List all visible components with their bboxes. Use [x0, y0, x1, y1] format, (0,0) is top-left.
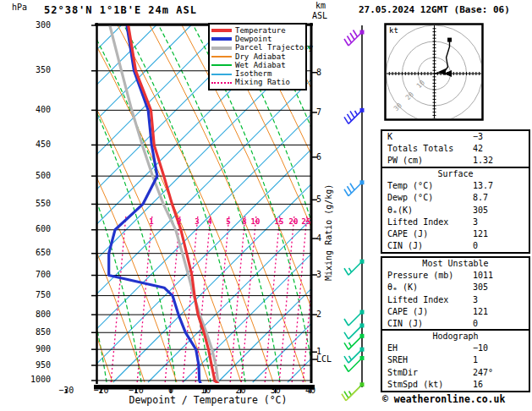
indices-row-label: SREH [387, 355, 408, 364]
indices-row-label: Lifted Index [387, 217, 448, 227]
pressure-tick-label: 850 [22, 328, 51, 337]
indices-row-label: θₑ(K) [387, 206, 413, 215]
indices-row-label: CIN (J) [387, 241, 423, 250]
km-tick-label: 6 [316, 153, 321, 162]
wind-barb [344, 30, 365, 47]
indices-row: θₑ (K)305 [382, 282, 529, 293]
mixing-ratio-value-label: 5 [221, 218, 236, 226]
indices-row-label: CAPE (J) [387, 307, 428, 316]
indices-row-label: K [387, 132, 392, 141]
wind-barb-column [342, 25, 365, 401]
indices-row: Dewp (°C)8.7 [382, 192, 529, 204]
indices-row-label: θₑ (K) [387, 282, 418, 292]
indices-row-value: 42 [473, 143, 483, 155]
indices-row: K−3 [382, 131, 529, 143]
wind-barb [344, 356, 365, 372]
legend-label: Dewpoint [235, 36, 271, 43]
hodograph-indices-box: HodographEH−10SREH1StmDir247°StmSpd (kt)… [381, 329, 530, 392]
km-tick-label: 3 [316, 271, 321, 279]
indices-row-label: CAPE (J) [387, 229, 428, 238]
indices-row-label: StmSpd (kt) [387, 380, 443, 389]
pressure-tick-label: 700 [22, 271, 51, 279]
indices-row: θₑ(K)305 [382, 205, 529, 216]
indices-row-label: StmDir [387, 368, 418, 377]
indices-row-value: 121 [473, 306, 488, 318]
indices-row: StmDir247° [382, 367, 529, 379]
km-tick-label: 5 [316, 195, 321, 204]
legend-item: Wet Adiabat [211, 61, 303, 69]
temp-tick-label: 30 [261, 386, 291, 395]
temp-tick-label: 20 [226, 386, 256, 395]
indices-row-label: Pressure (mb) [387, 271, 453, 280]
temp-tick-label: 0 [156, 386, 186, 395]
legend-item: Isotherm [211, 69, 303, 78]
indices-row-value: 0 [473, 240, 478, 252]
temp-axis-title: Dewpoint / Temperature (°C) [97, 396, 319, 406]
indices-row: Totals Totals42 [382, 143, 529, 155]
indices-row: EH−10 [382, 342, 529, 354]
legend-swatch [211, 56, 232, 58]
indices-row: Pressure (mb)1011 [382, 270, 529, 282]
pressure-tick-label: 500 [22, 172, 51, 180]
indices-row-label: PW (cm) [387, 156, 423, 165]
indices-row: StmSpd (kt)16 [382, 379, 529, 391]
mixing-ratio-axis-title: Mixing Ratio (g/kg) [325, 179, 333, 281]
stability-indices-box: K−3Totals Totals42PW (cm)1.32 [381, 129, 530, 169]
legend-swatch [211, 82, 232, 84]
indices-section-title: Most Unstable [382, 258, 529, 270]
pressure-tick-label: 800 [22, 310, 51, 319]
km-tick-label: 2 [316, 310, 321, 319]
wind-barb [344, 382, 365, 398]
datetime-label: 27.05.2024 12GMT (Base: 06) [359, 5, 510, 14]
legend-swatch [211, 64, 232, 66]
indices-row: CAPE (J)121 [382, 228, 529, 240]
indices-row-label: CIN (J) [387, 319, 423, 328]
temp-tick-label: 10 [190, 386, 221, 395]
legend-swatch [211, 29, 232, 32]
legend-label: Parcel Trajectory [235, 44, 313, 52]
km-tick-label: 4 [316, 234, 321, 243]
indices-row-value: 121 [473, 228, 488, 240]
temp-tick-label: −10 [121, 386, 151, 395]
indices-row-value: 1011 [473, 270, 493, 282]
pressure-tick-label: 750 [22, 291, 51, 299]
indices-row: PW (cm)1.32 [382, 155, 529, 167]
indices-row-value: 1 [473, 354, 478, 366]
pressure-tick-label: 900 [22, 345, 51, 353]
indices-row: CAPE (J)121 [382, 306, 529, 318]
altitude-axis-unit-asl: ASL [312, 12, 327, 20]
indices-row-value: 16 [473, 379, 483, 391]
legend-swatch [211, 37, 232, 41]
indices-row-value: 3 [473, 216, 478, 228]
indices-section-title: Hodograph [382, 331, 529, 342]
wind-barb [344, 108, 365, 124]
pressure-tick-label: 450 [22, 140, 51, 149]
pressure-tick-label: 350 [22, 66, 51, 74]
indices-row-value: 13.7 [473, 180, 493, 192]
legend-label: Temperature [235, 27, 286, 35]
wind-barb [344, 310, 365, 326]
indices-row-label: Lifted Index [387, 295, 448, 304]
legend-item: Parcel Trajectory [211, 44, 303, 52]
most-unstable-box: Most UnstablePressure (mb)1011θₑ (K)305L… [381, 256, 530, 332]
temp-tick-label: −30 [51, 386, 81, 395]
km-tick-label: 8 [316, 68, 321, 77]
indices-row: CIN (J)0 [382, 318, 529, 330]
indices-section-title: Surface [382, 168, 529, 180]
legend-label: Dry Adiabat [235, 53, 286, 61]
indices-row-value: 1.32 [473, 155, 493, 167]
wind-barb [344, 180, 365, 196]
indices-row-label: Temp (°C) [387, 181, 433, 190]
skewt-sounding-app: hPa 52°38'N 1°1B'E 24m ASL km ASL 27.05.… [0, 0, 532, 411]
legend-swatch [211, 74, 232, 75]
legend-item: Dry Adiabat [211, 52, 303, 61]
legend-item: Dewpoint [211, 35, 303, 43]
km-tick-label: LCL [316, 355, 332, 364]
legend-label: Wet Adiabat [235, 62, 286, 69]
wind-barb [344, 348, 365, 364]
indices-row: CIN (J)0 [382, 240, 529, 252]
indices-row-value: 0 [473, 318, 478, 330]
indices-row-value: 3 [473, 294, 478, 306]
surface-box: SurfaceTemp (°C)13.7Dewp (°C)8.7θₑ(K)305… [381, 167, 530, 254]
indices-row: Temp (°C)13.7 [382, 180, 529, 192]
